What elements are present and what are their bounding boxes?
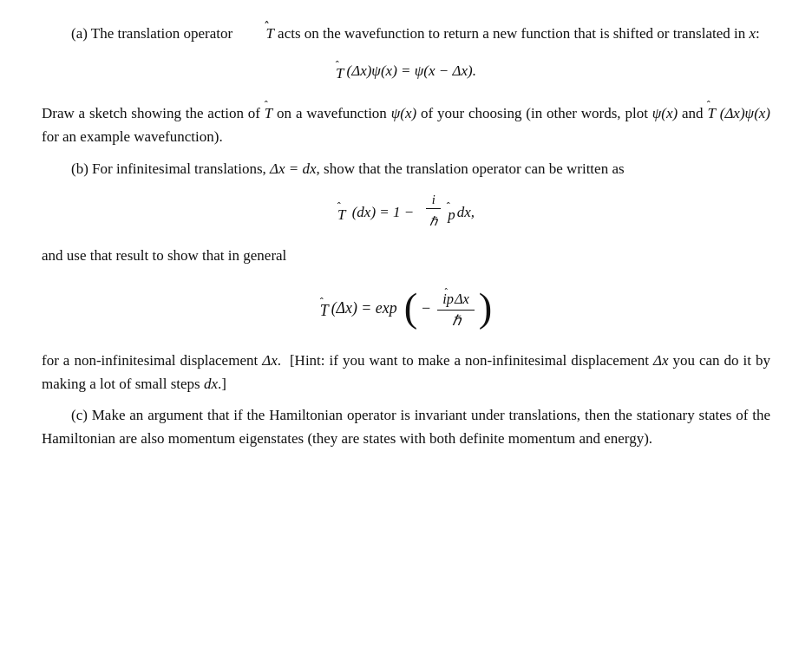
part-c: (c) Make an argument that if the Hamilto…	[42, 403, 770, 450]
equation-2: ̂ T (dx) = 1 − i ℏ ̂ p dx,	[42, 193, 770, 232]
equation-1: ̂ T (Δx)ψ(x) = ψ(x − Δx).	[42, 57, 770, 85]
and-use-text: and use that result to show that in gene…	[42, 244, 770, 267]
part-a-draw: Draw a sketch showing the action of ̂ T …	[42, 97, 770, 148]
for-a-text: for a non-infinitesimal displacement Δx.…	[42, 349, 770, 396]
equation-3: ̂ T (Δx) = exp ( − ̂ ip Δx ℏ	[42, 285, 770, 331]
page: (a) The translation operator ̂ T acts on…	[0, 0, 812, 667]
part-b-intro: (b) For infinitesimal translations, Δx =…	[42, 157, 770, 180]
part-a-intro: (a) The translation operator ̂ T acts on…	[42, 17, 770, 45]
T-hat-operator: ̂ T	[236, 25, 278, 42]
